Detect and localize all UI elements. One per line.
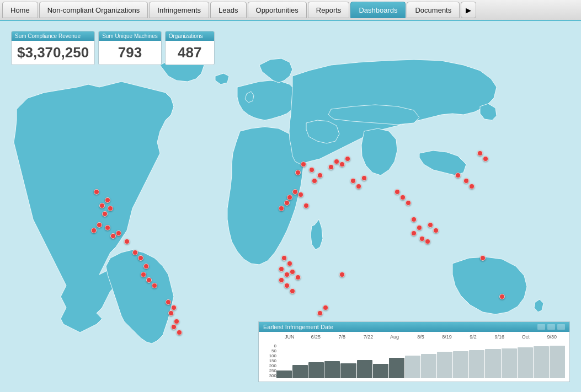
- map-pin-26: [281, 255, 287, 261]
- nav-tab-infringements[interactable]: Infringements: [149, 2, 209, 18]
- map-pin-10: [124, 239, 130, 244]
- chart-icon-2[interactable]: [547, 324, 555, 330]
- map-pin-57: [425, 239, 430, 244]
- map-pin-51: [400, 195, 406, 200]
- chart-xlabel: 7/8: [329, 334, 355, 340]
- chart-xlabel: 6/25: [303, 334, 329, 340]
- map-pin-73: [317, 310, 323, 316]
- nav-tab-leads[interactable]: Leads: [210, 2, 246, 18]
- map-pin-37: [303, 203, 309, 208]
- nav-tab-documents[interactable]: Documents: [407, 2, 460, 18]
- chart-title-icons: [537, 324, 565, 330]
- map-pin-72: [323, 305, 328, 310]
- map-pin-20: [174, 319, 179, 324]
- map-pin-16: [152, 283, 157, 288]
- chart-xlabel: 8/5: [408, 334, 434, 340]
- chart-xlabel: 7/22: [355, 334, 382, 340]
- map-pin-8: [110, 233, 116, 239]
- map-pin-63: [477, 151, 483, 156]
- chart-icon-3[interactable]: [557, 324, 565, 330]
- stat-value-1: 793: [99, 41, 161, 65]
- map-pin-43: [328, 164, 334, 170]
- map-pin-58: [428, 222, 433, 228]
- chart-title-bar: Earliest Infringement Date: [259, 322, 569, 332]
- map-pin-24: [284, 272, 290, 277]
- chart-ylabel: 150: [263, 358, 276, 363]
- map-pin-59: [433, 228, 439, 233]
- chart-bar-14: [502, 348, 517, 378]
- map-pin-5: [97, 222, 102, 228]
- map-pin-41: [301, 162, 306, 167]
- map-pin-46: [345, 156, 350, 162]
- chart-yaxis: 300250200150100500: [263, 353, 276, 378]
- map-pin-74: [339, 272, 345, 277]
- chart-body: JUN6/257/87/22Aug8/58/199/29/16Oct9/30 3…: [259, 332, 569, 379]
- chart-bar-3: [324, 361, 340, 378]
- chart-bar-0: [276, 370, 292, 378]
- map-pin-13: [143, 264, 149, 269]
- nav-tab-home[interactable]: Home: [2, 2, 38, 18]
- map-pin-9: [116, 230, 121, 236]
- map-pin-1: [105, 197, 110, 203]
- stat-boxes: Sum Compliance Revenue $3,370,250 Sum Un…: [11, 31, 215, 65]
- map-pin-49: [361, 175, 367, 181]
- map-pin-50: [395, 189, 400, 195]
- chart-bar-13: [485, 349, 500, 378]
- nav-more-button[interactable]: ▶: [461, 2, 476, 18]
- map-pin-30: [284, 283, 290, 288]
- stat-header-1: Sum Unique Machines: [99, 31, 161, 41]
- chart-xlabel: JUN: [276, 334, 303, 340]
- chart-bar-4: [340, 363, 356, 378]
- map-pin-32: [279, 206, 284, 211]
- chart-bar-11: [453, 351, 468, 378]
- map-pin-22: [177, 330, 182, 335]
- infringement-chart: Earliest Infringement Date JUN6/257/87/2…: [258, 321, 570, 382]
- map-pin-54: [417, 225, 422, 230]
- chart-bar-12: [469, 350, 484, 378]
- map-pin-14: [141, 272, 146, 277]
- map-pin-18: [171, 305, 177, 310]
- map-pin-34: [287, 195, 292, 200]
- chart-ylabel: 300: [263, 373, 276, 378]
- map-pin-56: [419, 236, 425, 241]
- map-pin-0: [94, 189, 99, 195]
- nav-tab-reports[interactable]: Reports: [308, 2, 350, 18]
- map-pin-7: [105, 225, 110, 230]
- map-pin-23: [279, 266, 284, 272]
- chart-xlabel: Oct: [513, 334, 539, 340]
- map-pin-42: [295, 170, 301, 175]
- map-pin-36: [298, 192, 303, 197]
- map-pin-27: [290, 269, 295, 275]
- chart-icon-1[interactable]: [537, 324, 545, 330]
- map-pin-35: [292, 189, 298, 195]
- nav-tab-non-compliant-organizations[interactable]: Non-compliant Organizations: [39, 2, 148, 18]
- chart-ylabel: 250: [263, 368, 276, 373]
- stat-value-2: 487: [166, 41, 214, 65]
- map-pin-39: [317, 173, 323, 178]
- chart-bar-7: [389, 358, 404, 378]
- main-content: Sum Compliance Revenue $3,370,250 Sum Un…: [0, 21, 581, 392]
- map-pin-31: [290, 288, 295, 294]
- nav-tab-dashboards[interactable]: Dashboards: [350, 2, 406, 18]
- chart-bar-5: [357, 360, 372, 378]
- map-pin-4: [102, 211, 108, 217]
- map-pin-53: [411, 217, 417, 222]
- map-pin-17: [166, 299, 171, 305]
- map-pin-52: [406, 200, 411, 206]
- map-pin-28: [295, 275, 301, 280]
- chart-ylabel: 0: [263, 343, 276, 348]
- map-pin-21: [171, 324, 177, 330]
- chart-bar-16: [534, 346, 549, 378]
- map-pin-45: [339, 162, 345, 167]
- chart-ylabel: 200: [263, 363, 276, 368]
- map-pin-44: [334, 159, 339, 164]
- stat-box-2: Organizations 487: [165, 31, 215, 65]
- map-pin-25: [287, 261, 292, 266]
- stat-header-2: Organizations: [166, 31, 214, 41]
- chart-bar-6: [373, 364, 388, 378]
- chart-xaxis: JUN6/257/87/22Aug8/58/199/29/16Oct9/30: [261, 333, 567, 341]
- chart-bar-9: [421, 354, 436, 378]
- nav-tab-opportunities[interactable]: Opportunities: [248, 2, 307, 18]
- chart-xlabel: Aug: [381, 334, 408, 340]
- chart-bar-15: [518, 347, 533, 378]
